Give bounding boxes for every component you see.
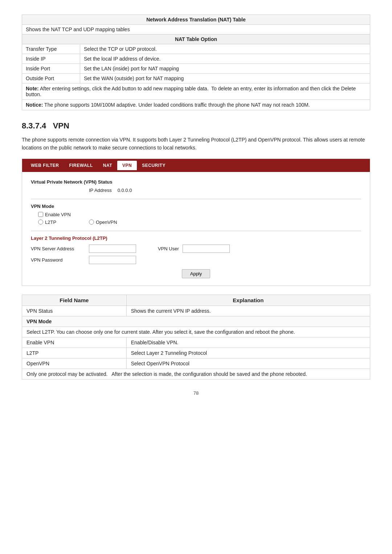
vpn-user-label: VPN User	[158, 246, 179, 251]
l2tp-label: L2TP	[45, 219, 56, 225]
field-col2: Explanation	[126, 295, 370, 305]
vpn-panel: WEB FILTER FIREWALL NAT VPN SECURITY Vir…	[22, 159, 370, 286]
field-table: Field Name Explanation VPN Status Shows …	[22, 295, 370, 379]
server-address-row: VPN Server Address VPN User	[31, 245, 361, 253]
nat-row-label-0: Transfer Type	[22, 44, 80, 54]
nat-row-desc-0: Select the TCP or UDP protocol.	[80, 44, 370, 54]
openvpn-radio-item: OpenVPN	[89, 219, 117, 225]
field-vpn-mode-title: VPN Mode	[22, 316, 370, 327]
vpn-mode-title: VPN Mode	[31, 204, 361, 209]
nat-row-desc-2: Set the LAN (inside) port for NAT mappin…	[80, 64, 370, 74]
server-address-label: VPN Server Address	[31, 246, 82, 251]
section-title: VPN	[53, 121, 69, 130]
vpn-password-input[interactable]	[89, 256, 136, 264]
panel-body: Virtual Private Network (VPN) Status IP …	[22, 172, 370, 286]
vpn-user-row: VPN User	[158, 245, 230, 253]
tab-firewall[interactable]: FIREWALL	[64, 161, 98, 170]
tab-nat[interactable]: NAT	[98, 161, 117, 170]
field-vpn-mode-note: Select L2TP. You can choose only one for…	[22, 327, 370, 337]
field-label-l2tp: L2TP	[22, 348, 127, 358]
tab-bar: WEB FILTER FIREWALL NAT VPN SECURITY	[22, 159, 370, 172]
vpn-mode-row: Enable VPN	[31, 212, 361, 217]
vpn-password-row: VPN Password	[31, 256, 361, 264]
field-desc-vpn-status: Shows the current VPN IP address.	[126, 305, 370, 316]
ip-address-label: IP Address	[89, 188, 112, 193]
vpn-status-title: Virtual Private Network (VPN) Status	[31, 179, 361, 185]
nat-table-title: Network Address Translation (NAT) Table	[22, 15, 370, 25]
vpn-status-row: IP Address 0.0.0.0	[31, 188, 361, 193]
field-row-l2tp: L2TP Select Layer 2 Tunneling Protocol	[22, 348, 370, 358]
apply-row: Apply	[31, 269, 361, 278]
nat-row-desc-1: Set the local IP address of device.	[80, 54, 370, 64]
field-row-vpn-mode-note: Select L2TP. You can choose only one for…	[22, 327, 370, 337]
field-label-enable-vpn: Enable VPN	[22, 337, 127, 348]
nat-notice: Notice: The phone supports 10M/100M adap…	[22, 100, 370, 110]
field-desc-enable-vpn: Enable/Disable VPN.	[126, 337, 370, 348]
field-label-vpn-status: VPN Status	[22, 305, 127, 316]
enable-vpn-checkbox[interactable]	[38, 212, 43, 217]
openvpn-radio[interactable]	[89, 219, 94, 225]
section-number: 8.3.7.4	[22, 121, 46, 130]
divider-2	[31, 231, 361, 231]
enable-vpn-item: Enable VPN	[38, 212, 71, 217]
l2tp-radio-item: L2TP	[38, 219, 56, 225]
field-protocol-note: Only one protocol may be activated. Afte…	[22, 369, 370, 379]
l2tp-title: Layer 2 Tunneling Protocol (L2TP)	[31, 235, 361, 241]
field-desc-openvpn: Select OpenVPN Protocol	[126, 358, 370, 369]
l2tp-section: Layer 2 Tunneling Protocol (L2TP) VPN Se…	[31, 235, 361, 264]
nat-option-title: NAT Table Option	[22, 34, 370, 44]
nat-row-label-1: Inside IP	[22, 54, 80, 64]
tab-web-filter[interactable]: WEB FILTER	[26, 161, 64, 170]
divider-1	[31, 199, 361, 199]
nat-row-label-3: Outside Port	[22, 74, 80, 83]
field-row-vpn-mode-header: VPN Mode	[22, 316, 370, 327]
nat-row-label-2: Inside Port	[22, 64, 80, 74]
nat-note: Note: After entering settings, click the…	[22, 83, 370, 100]
vpn-password-label: VPN Password	[31, 257, 82, 263]
field-row-enable-vpn: Enable VPN Enable/Disable VPN.	[22, 337, 370, 348]
field-col1: Field Name	[22, 295, 127, 305]
field-row-protocol-note: Only one protocol may be activated. Afte…	[22, 369, 370, 379]
openvpn-label: OpenVPN	[96, 219, 117, 225]
tab-security[interactable]: SECURITY	[137, 161, 171, 170]
server-address-input[interactable]	[89, 245, 136, 253]
field-label-openvpn: OpenVPN	[22, 358, 127, 369]
vpn-mode-section: VPN Mode Enable VPN L2TP OpenVPN	[31, 204, 361, 225]
apply-button[interactable]: Apply	[182, 269, 211, 278]
nat-row-desc-3: Set the WAN (outside) port for NAT mappi…	[80, 74, 370, 83]
l2tp-radio[interactable]	[38, 219, 43, 225]
tab-vpn[interactable]: VPN	[117, 161, 137, 170]
field-desc-l2tp: Select Layer 2 Tunneling Protocol	[126, 348, 370, 358]
field-row-vpn-status: VPN Status Shows the current VPN IP addr…	[22, 305, 370, 316]
nat-table-subtitle: Shows the NAT TCP and UDP mapping tables	[22, 25, 370, 34]
vpn-protocol-row: L2TP OpenVPN	[31, 219, 361, 225]
vpn-status-section: Virtual Private Network (VPN) Status IP …	[31, 179, 361, 193]
nat-table: Network Address Translation (NAT) Table …	[22, 15, 370, 110]
field-row-openvpn: OpenVPN Select OpenVPN Protocol	[22, 358, 370, 369]
ip-address-value: 0.0.0.0	[118, 188, 132, 193]
section-description: The phone supports remote connection via…	[22, 136, 370, 152]
page-number: 78	[22, 390, 370, 396]
enable-vpn-label: Enable VPN	[45, 212, 71, 217]
section-heading: 8.3.7.4 VPN	[22, 121, 370, 131]
vpn-user-input[interactable]	[183, 245, 230, 253]
